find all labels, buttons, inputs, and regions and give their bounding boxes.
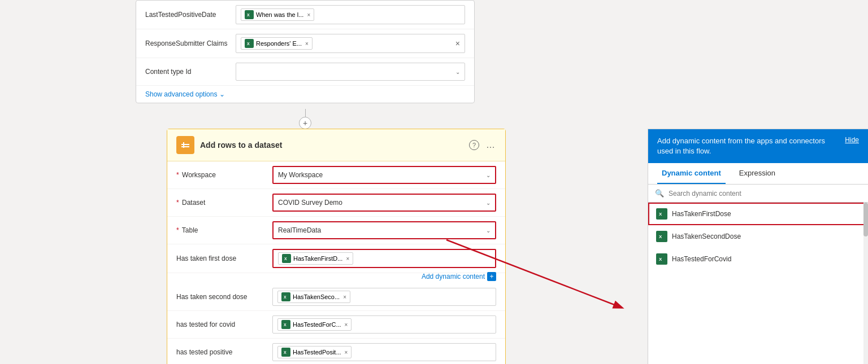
plus-symbol: + [303, 119, 307, 128]
top-form-card: LastTestedPositiveDate X When was the l.… [136, 0, 475, 103]
table-row: * Table RealTimeData ⌄ [167, 217, 505, 244]
table-label-text: Table [182, 226, 198, 234]
last-tested-positive-date-row: LastTestedPositiveDate X When was the l.… [136, 1, 474, 29]
panel-item-icon-first-dose: X [656, 208, 667, 220]
responders-tag-chip[interactable]: X Responders' E... × [241, 37, 313, 50]
svg-rect-4 [181, 146, 189, 147]
connector-plus-button[interactable]: + [299, 117, 311, 129]
dataset-label-text: Dataset [182, 199, 205, 207]
card-actions: ? … [469, 140, 496, 150]
workspace-value: My Workspace [278, 171, 323, 179]
first-dose-chip[interactable]: X HasTakenFirstD... × [278, 252, 353, 265]
svg-rect-5 [183, 142, 184, 148]
tab-dynamic-content[interactable]: Dynamic content [657, 163, 726, 184]
excel-icon-2: X [245, 39, 254, 48]
content-type-chevron: ⌄ [455, 69, 460, 75]
tested-positive-chip[interactable]: X HasTestedPosit... × [277, 346, 351, 358]
content-type-field[interactable]: ⌄ [236, 63, 465, 81]
workspace-label: * Workspace [176, 171, 272, 179]
table-dropdown[interactable]: RealTimeData ⌄ [272, 221, 496, 239]
workspace-dropdown[interactable]: My Workspace ⌄ [272, 166, 496, 184]
card-header-icon [176, 136, 194, 154]
tab-expression[interactable]: Expression [735, 163, 780, 184]
workspace-row: * Workspace My Workspace ⌄ [167, 161, 505, 189]
workspace-required: * [176, 171, 179, 179]
search-input[interactable] [669, 190, 861, 198]
last-tested-field: X When was the l... × [236, 5, 465, 24]
svg-text:X: X [284, 350, 287, 354]
svg-text:X: X [284, 257, 287, 261]
panel-item-first-dose[interactable]: X HasTakenFirstDose [648, 203, 868, 225]
first-dose-tag-close[interactable]: × [346, 256, 349, 262]
panel-items-list: X HasTakenFirstDose X HasTakenSecondDose… [648, 203, 868, 364]
scrollbar-track [863, 203, 868, 364]
second-dose-row: Has taken second dose X HasTakenSeco... … [167, 283, 505, 311]
when-tag-close[interactable]: × [307, 12, 310, 18]
table-value: RealTimeData [278, 226, 321, 234]
workspace-chevron: ⌄ [486, 172, 491, 178]
help-button[interactable]: ? [469, 140, 479, 150]
hide-button[interactable]: Hide [845, 136, 859, 144]
ellipsis-button[interactable]: … [486, 140, 496, 150]
show-advanced-options[interactable]: Show advanced options ⌄ [136, 86, 474, 103]
content-type-label: Content type Id [145, 68, 236, 76]
tested-covid-tag-close[interactable]: × [345, 322, 348, 328]
first-dose-field: X HasTakenFirstD... × [272, 249, 496, 268]
dataset-row: * Dataset COVID Survey Demo ⌄ [167, 189, 505, 217]
second-dose-tag-label: HasTakenSeco... [293, 293, 340, 300]
dataset-label: * Dataset [176, 199, 272, 207]
when-tag-label: When was the l... [256, 11, 303, 18]
tested-covid-chip[interactable]: X HasTestedForC... × [277, 318, 351, 331]
response-submitter-field: X Responders' E... × × [236, 34, 465, 53]
panel-item-second-dose[interactable]: X HasTakenSecondDose [648, 225, 868, 248]
first-dose-label: Has taken first dose [176, 255, 272, 262]
tested-covid-row: has tested for covid X HasTestedForC... … [167, 311, 505, 339]
second-dose-field: X HasTakenSeco... × [272, 288, 496, 306]
first-dose-icon: X [282, 254, 291, 263]
tested-covid-icon: X [281, 320, 290, 329]
card-title: Add rows to a dataset [200, 141, 469, 150]
tested-positive-tag-label: HasTestedPosit... [293, 349, 341, 356]
second-dose-icon: X [281, 292, 290, 301]
svg-text:X: X [247, 13, 250, 17]
svg-text:X: X [659, 257, 662, 262]
card-body: * Workspace My Workspace ⌄ * Dataset COV… [167, 161, 505, 364]
show-advanced-chevron: ⌄ [219, 90, 225, 98]
dataset-dropdown[interactable]: COVID Survey Demo ⌄ [272, 194, 496, 212]
panel-tabs: Dynamic content Expression [648, 163, 868, 185]
panel-item-icon-tested-covid: X [656, 253, 667, 265]
panel-header: Add dynamic content from the apps and co… [648, 129, 868, 163]
excel-icon: X [245, 10, 254, 19]
workspace-label-text: Workspace [182, 171, 216, 179]
clear-button[interactable]: × [455, 39, 460, 48]
second-dose-tag-close[interactable]: × [343, 294, 346, 300]
svg-text:X: X [284, 323, 287, 327]
table-label: * Table [176, 226, 272, 234]
second-dose-label: Has taken second dose [176, 293, 272, 301]
last-tested-label: LastTestedPositiveDate [145, 11, 236, 19]
responders-tag-label: Responders' E... [256, 40, 302, 47]
panel-item-tested-covid[interactable]: X HasTestedForCovid [648, 248, 868, 270]
second-dose-chip[interactable]: X HasTakenSeco... × [277, 291, 350, 303]
panel-item-icon-second-dose: X [656, 231, 667, 242]
tested-covid-tag-label: HasTestedForC... [293, 321, 341, 328]
card-header: Add rows to a dataset ? … [167, 129, 505, 161]
when-tag-chip[interactable]: X When was the l... × [241, 8, 314, 21]
response-submitter-label: ResponseSubmitter Claims [145, 40, 236, 47]
add-dynamic-plus-icon: + [487, 272, 496, 281]
responders-tag-close[interactable]: × [305, 41, 309, 47]
add-dynamic-label: Add dynamic content [422, 273, 485, 280]
panel-item-label-second-dose: HasTakenSecondDose [672, 233, 741, 240]
first-dose-tag-label: HasTakenFirstD... [293, 255, 342, 262]
tested-positive-tag-close[interactable]: × [345, 349, 348, 356]
tested-covid-label: has tested for covid [176, 321, 272, 328]
connector-line-top [305, 109, 306, 117]
scrollbar-thumb[interactable] [863, 203, 868, 236]
response-submitter-row: ResponseSubmitter Claims X Responders' E… [136, 29, 474, 58]
right-panel: Add dynamic content from the apps and co… [648, 129, 868, 364]
first-dose-row: Has taken first dose X HasTakenFirstD...… [167, 244, 505, 273]
table-chevron: ⌄ [486, 227, 491, 234]
dataset-value: COVID Survey Demo [278, 199, 342, 207]
add-dynamic-content-row[interactable]: Add dynamic content + [167, 271, 505, 283]
panel-search-container: 🔍 [648, 185, 868, 203]
